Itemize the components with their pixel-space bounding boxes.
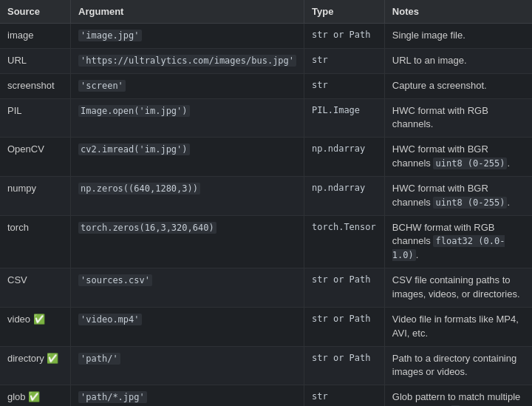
cell-notes: CSV file containing paths to images, vid… bbox=[384, 268, 532, 308]
cell-source: CSV bbox=[0, 268, 71, 308]
table-row: torchtorch.zeros(16,3,320,640)torch.Tens… bbox=[0, 215, 532, 268]
header-source: Source bbox=[0, 0, 71, 24]
table-row: PILImage.open('im.jpg')PIL.ImageHWC form… bbox=[0, 98, 532, 138]
cell-type: str or Path bbox=[304, 24, 385, 49]
cell-notes: Glob pattern to match multiple files. Us… bbox=[384, 385, 532, 406]
cell-source: torch bbox=[0, 215, 71, 268]
cell-type: str bbox=[304, 48, 385, 73]
cell-source: URL bbox=[0, 48, 71, 73]
cell-argument: torch.zeros(16,3,320,640) bbox=[71, 215, 304, 268]
cell-type: PIL.Image bbox=[304, 98, 385, 138]
cell-source: PIL bbox=[0, 98, 71, 138]
cell-argument: Image.open('im.jpg') bbox=[71, 98, 304, 138]
cell-source: directory ✅ bbox=[0, 346, 71, 385]
cell-argument: 'sources.csv' bbox=[71, 268, 304, 308]
cell-type: str bbox=[304, 73, 385, 98]
cell-notes: Capture a screenshot. bbox=[384, 73, 532, 98]
notes-inline-code: uint8 (0-255) bbox=[433, 158, 507, 169]
argument-code: 'image.jpg' bbox=[78, 30, 141, 41]
argument-code: cv2.imread('im.jpg') bbox=[78, 143, 190, 155]
table-row: image'image.jpg'str or PathSingle image … bbox=[0, 24, 532, 49]
cell-argument: 'screen' bbox=[71, 73, 304, 98]
cell-notes: Video file in formats like MP4, AVI, etc… bbox=[384, 307, 532, 346]
cell-argument: 'image.jpg' bbox=[71, 24, 304, 49]
argument-code: 'screen' bbox=[78, 80, 126, 92]
table-row: directory ✅'path/'str or PathPath to a d… bbox=[0, 346, 532, 385]
cell-source: screenshot bbox=[0, 73, 71, 98]
argument-code: torch.zeros(16,3,320,640) bbox=[78, 222, 216, 234]
table-row: video ✅'video.mp4'str or PathVideo file … bbox=[0, 307, 532, 346]
argument-code: np.zeros((640,1280,3)) bbox=[78, 183, 200, 194]
cell-notes: HWC format with BGR channels uint8 (0-25… bbox=[384, 138, 532, 177]
table-row: numpynp.zeros((640,1280,3))np.ndarrayHWC… bbox=[0, 176, 532, 215]
cell-source: OpenCV bbox=[0, 138, 71, 177]
cell-notes: URL to an image. bbox=[384, 48, 532, 73]
cell-argument: 'https://ultralytics.com/images/bus.jpg' bbox=[71, 48, 304, 73]
cell-argument: 'video.mp4' bbox=[71, 307, 304, 346]
cell-type: torch.Tensor bbox=[304, 215, 385, 268]
cell-argument: 'path/' bbox=[71, 346, 304, 385]
notes-inline-code: uint8 (0-255) bbox=[433, 197, 507, 209]
cell-notes: Single image file. bbox=[384, 24, 532, 49]
cell-source: image bbox=[0, 24, 71, 49]
table-row: URL'https://ultralytics.com/images/bus.j… bbox=[0, 48, 532, 73]
cell-type: np.ndarray bbox=[304, 176, 385, 215]
argument-code: 'sources.csv' bbox=[78, 274, 152, 286]
argument-code: 'video.mp4' bbox=[78, 314, 141, 325]
cell-type: np.ndarray bbox=[304, 138, 385, 177]
cell-source: numpy bbox=[0, 176, 71, 215]
cell-type: str or Path bbox=[304, 307, 385, 346]
header-notes: Notes bbox=[384, 0, 532, 24]
argument-code: Image.open('im.jpg') bbox=[78, 105, 190, 117]
cell-type: str bbox=[304, 385, 385, 406]
cell-notes: HWC format with RGB channels. bbox=[384, 98, 532, 138]
table-row: OpenCVcv2.imread('im.jpg')np.ndarrayHWC … bbox=[0, 138, 532, 177]
cell-argument: 'path/*.jpg' bbox=[71, 385, 304, 406]
argument-code: 'path/' bbox=[78, 353, 120, 365]
table-row: glob ✅'path/*.jpg'strGlob pattern to mat… bbox=[0, 385, 532, 406]
table-row: CSV'sources.csv'str or PathCSV file cont… bbox=[0, 268, 532, 308]
header-type: Type bbox=[304, 0, 385, 24]
cell-source: glob ✅ bbox=[0, 385, 71, 406]
cell-notes: HWC format with BGR channels uint8 (0-25… bbox=[384, 176, 532, 215]
argument-code: 'path/*.jpg' bbox=[78, 391, 147, 403]
cell-source: video ✅ bbox=[0, 307, 71, 346]
cell-notes: BCHW format with RGB channels float32 (0… bbox=[384, 215, 532, 268]
notes-inline-code: float32 (0.0-1.0) bbox=[392, 235, 505, 261]
table-row: screenshot'screen'strCapture a screensho… bbox=[0, 73, 532, 98]
header-argument: Argument bbox=[71, 0, 304, 24]
cell-type: str or Path bbox=[304, 268, 385, 308]
cell-argument: np.zeros((640,1280,3)) bbox=[71, 176, 304, 215]
cell-notes: Path to a directory containing images or… bbox=[384, 346, 532, 385]
argument-code: 'https://ultralytics.com/images/bus.jpg' bbox=[78, 55, 296, 67]
cell-argument: cv2.imread('im.jpg') bbox=[71, 138, 304, 177]
cell-type: str or Path bbox=[304, 346, 385, 385]
